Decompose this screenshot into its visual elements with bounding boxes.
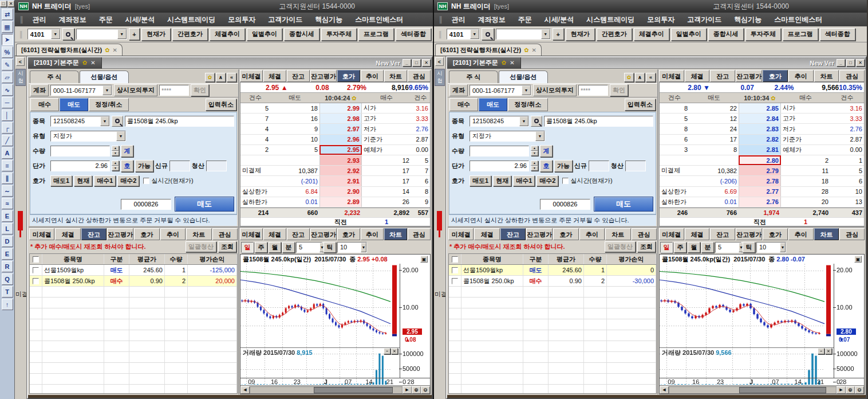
sell-submit-button[interactable]: 매도: [175, 197, 234, 212]
trend-line-tool-icon[interactable]: ╱: [2, 135, 13, 146]
instrument-name-field[interactable]: [125, 116, 234, 127]
menu-item-스마트인베스터[interactable]: 스마트인베스터: [768, 15, 828, 25]
quick-button-현재가[interactable]: 현재가: [566, 28, 595, 41]
menu-item-계좌정보[interactable]: 계좌정보: [472, 15, 512, 25]
step-up-icon[interactable]: ▲: [112, 146, 119, 151]
refresh-icon[interactable]: ⇄: [2, 9, 13, 20]
tab-추이[interactable]: 추이: [361, 228, 384, 240]
tab-체결[interactable]: 체결: [263, 70, 286, 82]
position-row[interactable]: 선물1509월kp매도245.6010: [449, 265, 656, 276]
screen-number-combo[interactable]: 4101 ▼: [27, 29, 61, 40]
step-down-icon[interactable]: ▼: [112, 151, 119, 156]
quick-button-체결추이[interactable]: 체결추이: [634, 28, 669, 41]
close-icon[interactable]: ✕: [113, 47, 117, 53]
chart-restore-icon[interactable]: ▣: [854, 256, 862, 263]
bid-row[interactable]: 미결제10,3822.79115: [660, 166, 864, 176]
menu-item-계좌정보[interactable]: 계좌정보: [53, 15, 93, 25]
menu-item-모의투자[interactable]: 모의투자: [641, 15, 681, 25]
document-tab[interactable]: [6101] 전략실행차트(실시간) ✿ ✕: [16, 44, 123, 56]
tab-stock[interactable]: 주 식: [30, 71, 79, 83]
menu-item-스마트인베스터[interactable]: 스마트인베스터: [349, 15, 409, 25]
order-number-field[interactable]: [540, 199, 590, 210]
cursor-icon[interactable]: ➤: [2, 34, 13, 45]
settings-flower-icon[interactable]: ✿: [82, 60, 87, 66]
menu-item-시스템트레이딩[interactable]: 시스템트레이딩: [161, 15, 222, 25]
hoga-price-button[interactable]: 호: [121, 160, 133, 172]
tick-combo[interactable]: 10 ▼: [756, 242, 786, 253]
arrow-up-tool-icon[interactable]: ↑: [2, 299, 13, 310]
scroll-thumb[interactable]: [314, 387, 393, 393]
drag-grip-icon[interactable]: ║: [19, 31, 23, 38]
realtime-checkbox[interactable]: [143, 178, 149, 184]
scroll-right-icon[interactable]: ▶: [837, 386, 846, 394]
checkbox-icon[interactable]: [452, 278, 458, 284]
bid-row[interactable]: 실상한가6.842.90148: [240, 187, 430, 197]
period-button-주[interactable]: 주: [255, 242, 267, 253]
tab-추이[interactable]: 추이: [788, 70, 814, 82]
tab-추이[interactable]: 추이: [361, 70, 384, 82]
checkbox-icon[interactable]: [33, 267, 39, 273]
checkbox-icon[interactable]: [33, 256, 39, 263]
hoga-button-매수1[interactable]: 매수1: [513, 175, 535, 186]
bid-price[interactable]: 2.80: [739, 155, 781, 165]
r-pattern-tool-icon[interactable]: R: [2, 261, 13, 272]
bid-price[interactable]: 2.93: [319, 155, 362, 165]
ask-price[interactable]: 2.83: [739, 124, 781, 134]
tab-추이[interactable]: 추이: [160, 228, 186, 240]
tab-차트[interactable]: 차트: [186, 228, 211, 240]
tab-futures-options[interactable]: 선물/옵션: [499, 71, 548, 83]
minimize-icon[interactable]: −: [818, 348, 824, 354]
tab-잔고[interactable]: 잔고: [710, 70, 735, 82]
ask-price[interactable]: 2.96: [319, 135, 362, 144]
quantity-field[interactable]: [469, 146, 529, 157]
hoga-button-현재[interactable]: 현재: [74, 175, 92, 186]
chevron-down-icon[interactable]: ▼: [100, 116, 109, 126]
price-field[interactable]: [469, 161, 529, 171]
quick-button-투자주체[interactable]: 투자주체: [321, 28, 357, 41]
sum-button[interactable]: 계: [540, 145, 553, 157]
price-stepper[interactable]: ▲▼: [531, 161, 538, 171]
tab-sell[interactable]: 매도: [479, 98, 507, 111]
quick-button-일별추이[interactable]: 일별추이: [247, 28, 282, 41]
query-button[interactable]: 조회: [218, 241, 236, 252]
step-down-icon[interactable]: ▼: [531, 151, 538, 156]
step-up-icon[interactable]: ▲: [531, 161, 538, 166]
tab-buy[interactable]: 매수: [449, 98, 478, 111]
hoga-button-매수1[interactable]: 매수1: [94, 175, 116, 186]
ask-price[interactable]: 2.98: [319, 114, 362, 123]
hoga-price-button[interactable]: 호: [540, 160, 553, 172]
position-row[interactable]: 콜1508월 250.0kp매수0.90220,000: [30, 276, 237, 287]
row-checkbox[interactable]: [30, 265, 42, 275]
draw-tool-icon[interactable]: ✎: [2, 59, 13, 71]
confirm-button[interactable]: 확인: [191, 84, 209, 96]
code-combo[interactable]: 121508245 ▼: [469, 116, 529, 127]
ask-row[interactable]: 8242.83저가2.76: [660, 124, 864, 134]
select-all-checkbox[interactable]: [449, 254, 461, 264]
order-type-combo[interactable]: 지정가 ▼: [50, 131, 126, 142]
sum-button[interactable]: 계: [121, 145, 133, 157]
period-button-분[interactable]: 분: [701, 242, 714, 253]
tab-차트[interactable]: 차트: [814, 70, 839, 82]
ask-row[interactable]: 8222.85시가3.16: [660, 103, 864, 114]
tab-sell[interactable]: 매도: [60, 98, 88, 111]
liquidation-field[interactable]: [206, 161, 227, 171]
tab-modify-cancel[interactable]: 정정/취소: [89, 98, 129, 111]
tab-잔고[interactable]: 잔고: [710, 228, 735, 240]
bid-row[interactable]: (-206)2.78186: [660, 176, 864, 186]
tab-차트[interactable]: 차트: [814, 228, 839, 240]
horizontal-line-tool-icon[interactable]: ─: [2, 97, 13, 108]
chevron-down-icon[interactable]: ▼: [361, 242, 366, 252]
row-checkbox[interactable]: [449, 265, 461, 275]
percent-tool-icon[interactable]: %: [2, 46, 13, 58]
tab-호가[interactable]: 호가: [134, 228, 159, 240]
bid-row[interactable]: 실하한가0.012.762013: [660, 197, 864, 208]
tab-체결[interactable]: 체결: [685, 228, 710, 240]
ask-row[interactable]: 7162.98고가3.33: [240, 114, 430, 124]
tab-잔고평가[interactable]: 잔고평가: [736, 228, 762, 240]
code-search-button[interactable]: [112, 116, 123, 127]
hoga-button-매도1[interactable]: 매도1: [50, 175, 72, 186]
tab-잔고[interactable]: 잔고: [500, 228, 526, 240]
period-button-월[interactable]: 월: [269, 242, 281, 253]
quantity-stepper[interactable]: ▲▼: [112, 146, 119, 157]
search-button[interactable]: [62, 28, 74, 40]
